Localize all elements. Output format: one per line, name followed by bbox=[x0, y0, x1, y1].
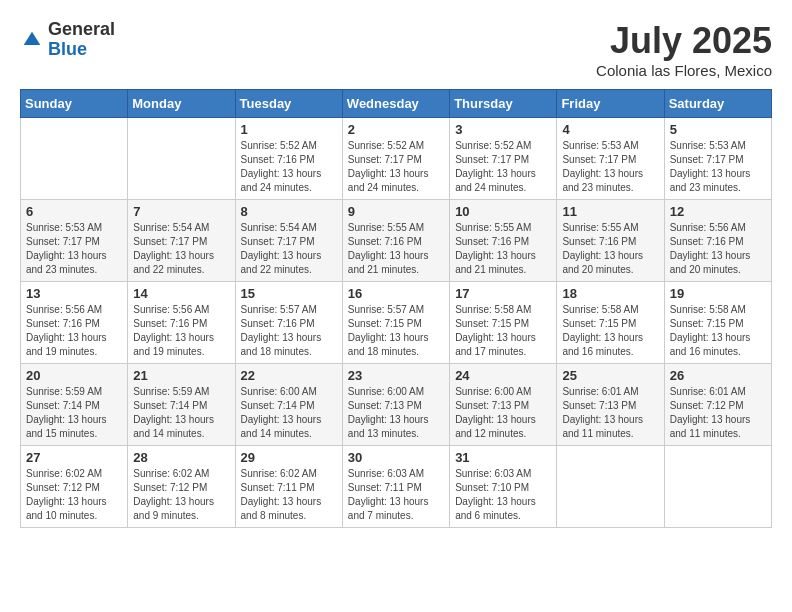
day-number: 11 bbox=[562, 204, 658, 219]
calendar-header-row: SundayMondayTuesdayWednesdayThursdayFrid… bbox=[21, 90, 772, 118]
cell-content: Sunrise: 5:54 AM Sunset: 7:17 PM Dayligh… bbox=[241, 221, 337, 277]
cell-content: Sunrise: 6:03 AM Sunset: 7:10 PM Dayligh… bbox=[455, 467, 551, 523]
calendar-cell: 26Sunrise: 6:01 AM Sunset: 7:12 PM Dayli… bbox=[664, 364, 771, 446]
calendar-cell: 24Sunrise: 6:00 AM Sunset: 7:13 PM Dayli… bbox=[450, 364, 557, 446]
calendar-cell bbox=[21, 118, 128, 200]
calendar-cell: 21Sunrise: 5:59 AM Sunset: 7:14 PM Dayli… bbox=[128, 364, 235, 446]
calendar-week-4: 20Sunrise: 5:59 AM Sunset: 7:14 PM Dayli… bbox=[21, 364, 772, 446]
cell-content: Sunrise: 5:52 AM Sunset: 7:17 PM Dayligh… bbox=[455, 139, 551, 195]
day-number: 20 bbox=[26, 368, 122, 383]
cell-content: Sunrise: 6:00 AM Sunset: 7:14 PM Dayligh… bbox=[241, 385, 337, 441]
day-number: 2 bbox=[348, 122, 444, 137]
calendar-cell bbox=[664, 446, 771, 528]
day-number: 14 bbox=[133, 286, 229, 301]
day-number: 16 bbox=[348, 286, 444, 301]
day-number: 7 bbox=[133, 204, 229, 219]
calendar-cell: 14Sunrise: 5:56 AM Sunset: 7:16 PM Dayli… bbox=[128, 282, 235, 364]
calendar-cell: 27Sunrise: 6:02 AM Sunset: 7:12 PM Dayli… bbox=[21, 446, 128, 528]
calendar-cell: 25Sunrise: 6:01 AM Sunset: 7:13 PM Dayli… bbox=[557, 364, 664, 446]
day-number: 22 bbox=[241, 368, 337, 383]
day-header-saturday: Saturday bbox=[664, 90, 771, 118]
cell-content: Sunrise: 5:57 AM Sunset: 7:16 PM Dayligh… bbox=[241, 303, 337, 359]
calendar-week-1: 1Sunrise: 5:52 AM Sunset: 7:16 PM Daylig… bbox=[21, 118, 772, 200]
cell-content: Sunrise: 5:59 AM Sunset: 7:14 PM Dayligh… bbox=[26, 385, 122, 441]
cell-content: Sunrise: 6:01 AM Sunset: 7:13 PM Dayligh… bbox=[562, 385, 658, 441]
cell-content: Sunrise: 5:55 AM Sunset: 7:16 PM Dayligh… bbox=[455, 221, 551, 277]
day-number: 28 bbox=[133, 450, 229, 465]
cell-content: Sunrise: 5:53 AM Sunset: 7:17 PM Dayligh… bbox=[562, 139, 658, 195]
calendar-week-3: 13Sunrise: 5:56 AM Sunset: 7:16 PM Dayli… bbox=[21, 282, 772, 364]
calendar-cell: 31Sunrise: 6:03 AM Sunset: 7:10 PM Dayli… bbox=[450, 446, 557, 528]
day-number: 21 bbox=[133, 368, 229, 383]
cell-content: Sunrise: 6:00 AM Sunset: 7:13 PM Dayligh… bbox=[455, 385, 551, 441]
calendar-cell: 29Sunrise: 6:02 AM Sunset: 7:11 PM Dayli… bbox=[235, 446, 342, 528]
month-title: July 2025 bbox=[596, 20, 772, 62]
calendar-cell: 30Sunrise: 6:03 AM Sunset: 7:11 PM Dayli… bbox=[342, 446, 449, 528]
day-number: 23 bbox=[348, 368, 444, 383]
calendar-cell: 11Sunrise: 5:55 AM Sunset: 7:16 PM Dayli… bbox=[557, 200, 664, 282]
day-number: 31 bbox=[455, 450, 551, 465]
day-number: 6 bbox=[26, 204, 122, 219]
day-number: 13 bbox=[26, 286, 122, 301]
calendar-cell bbox=[557, 446, 664, 528]
day-number: 10 bbox=[455, 204, 551, 219]
calendar-cell: 15Sunrise: 5:57 AM Sunset: 7:16 PM Dayli… bbox=[235, 282, 342, 364]
cell-content: Sunrise: 6:01 AM Sunset: 7:12 PM Dayligh… bbox=[670, 385, 766, 441]
cell-content: Sunrise: 6:02 AM Sunset: 7:12 PM Dayligh… bbox=[26, 467, 122, 523]
svg-marker-0 bbox=[24, 31, 41, 44]
location-subtitle: Colonia las Flores, Mexico bbox=[596, 62, 772, 79]
day-number: 25 bbox=[562, 368, 658, 383]
day-number: 4 bbox=[562, 122, 658, 137]
cell-content: Sunrise: 5:55 AM Sunset: 7:16 PM Dayligh… bbox=[348, 221, 444, 277]
day-number: 12 bbox=[670, 204, 766, 219]
cell-content: Sunrise: 5:56 AM Sunset: 7:16 PM Dayligh… bbox=[133, 303, 229, 359]
day-number: 5 bbox=[670, 122, 766, 137]
cell-content: Sunrise: 5:53 AM Sunset: 7:17 PM Dayligh… bbox=[26, 221, 122, 277]
day-number: 17 bbox=[455, 286, 551, 301]
day-header-wednesday: Wednesday bbox=[342, 90, 449, 118]
logo-general: General bbox=[48, 20, 115, 40]
cell-content: Sunrise: 5:59 AM Sunset: 7:14 PM Dayligh… bbox=[133, 385, 229, 441]
calendar-cell: 8Sunrise: 5:54 AM Sunset: 7:17 PM Daylig… bbox=[235, 200, 342, 282]
calendar-cell: 4Sunrise: 5:53 AM Sunset: 7:17 PM Daylig… bbox=[557, 118, 664, 200]
page-header: General Blue July 2025 Colonia las Flore… bbox=[20, 20, 772, 79]
calendar-cell: 22Sunrise: 6:00 AM Sunset: 7:14 PM Dayli… bbox=[235, 364, 342, 446]
calendar-cell: 5Sunrise: 5:53 AM Sunset: 7:17 PM Daylig… bbox=[664, 118, 771, 200]
calendar-cell: 19Sunrise: 5:58 AM Sunset: 7:15 PM Dayli… bbox=[664, 282, 771, 364]
logo-icon bbox=[22, 30, 42, 50]
day-header-thursday: Thursday bbox=[450, 90, 557, 118]
calendar-cell: 23Sunrise: 6:00 AM Sunset: 7:13 PM Dayli… bbox=[342, 364, 449, 446]
calendar-cell: 17Sunrise: 5:58 AM Sunset: 7:15 PM Dayli… bbox=[450, 282, 557, 364]
logo-text: General Blue bbox=[48, 20, 115, 60]
title-block: July 2025 Colonia las Flores, Mexico bbox=[596, 20, 772, 79]
calendar-cell: 18Sunrise: 5:58 AM Sunset: 7:15 PM Dayli… bbox=[557, 282, 664, 364]
cell-content: Sunrise: 5:52 AM Sunset: 7:17 PM Dayligh… bbox=[348, 139, 444, 195]
cell-content: Sunrise: 6:02 AM Sunset: 7:12 PM Dayligh… bbox=[133, 467, 229, 523]
calendar-week-2: 6Sunrise: 5:53 AM Sunset: 7:17 PM Daylig… bbox=[21, 200, 772, 282]
calendar-cell: 12Sunrise: 5:56 AM Sunset: 7:16 PM Dayli… bbox=[664, 200, 771, 282]
logo-blue: Blue bbox=[48, 40, 115, 60]
calendar-cell: 6Sunrise: 5:53 AM Sunset: 7:17 PM Daylig… bbox=[21, 200, 128, 282]
day-number: 29 bbox=[241, 450, 337, 465]
calendar-cell: 3Sunrise: 5:52 AM Sunset: 7:17 PM Daylig… bbox=[450, 118, 557, 200]
day-number: 26 bbox=[670, 368, 766, 383]
calendar-cell: 28Sunrise: 6:02 AM Sunset: 7:12 PM Dayli… bbox=[128, 446, 235, 528]
calendar-cell: 1Sunrise: 5:52 AM Sunset: 7:16 PM Daylig… bbox=[235, 118, 342, 200]
calendar-week-5: 27Sunrise: 6:02 AM Sunset: 7:12 PM Dayli… bbox=[21, 446, 772, 528]
calendar-cell: 13Sunrise: 5:56 AM Sunset: 7:16 PM Dayli… bbox=[21, 282, 128, 364]
day-number: 27 bbox=[26, 450, 122, 465]
day-number: 15 bbox=[241, 286, 337, 301]
day-number: 19 bbox=[670, 286, 766, 301]
cell-content: Sunrise: 5:58 AM Sunset: 7:15 PM Dayligh… bbox=[670, 303, 766, 359]
day-header-tuesday: Tuesday bbox=[235, 90, 342, 118]
day-number: 9 bbox=[348, 204, 444, 219]
day-number: 18 bbox=[562, 286, 658, 301]
day-header-friday: Friday bbox=[557, 90, 664, 118]
cell-content: Sunrise: 5:53 AM Sunset: 7:17 PM Dayligh… bbox=[670, 139, 766, 195]
calendar-cell bbox=[128, 118, 235, 200]
day-number: 24 bbox=[455, 368, 551, 383]
cell-content: Sunrise: 5:52 AM Sunset: 7:16 PM Dayligh… bbox=[241, 139, 337, 195]
cell-content: Sunrise: 6:02 AM Sunset: 7:11 PM Dayligh… bbox=[241, 467, 337, 523]
day-number: 30 bbox=[348, 450, 444, 465]
logo: General Blue bbox=[20, 20, 115, 60]
